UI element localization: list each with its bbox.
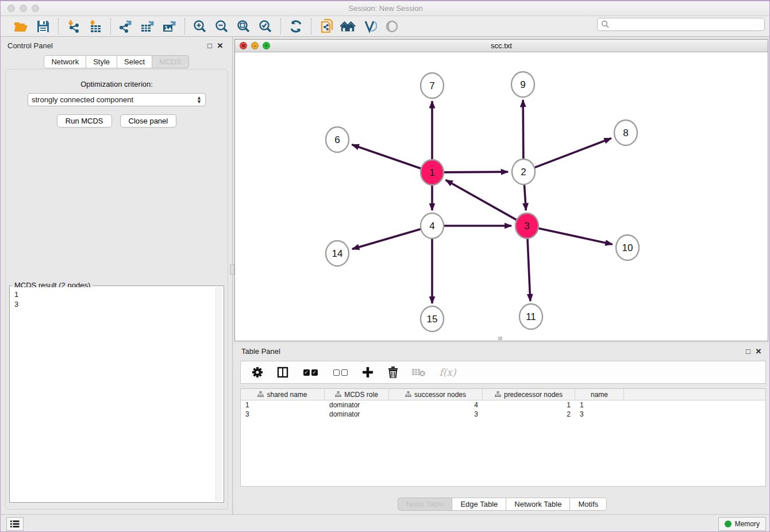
graph-edge-1-2[interactable] xyxy=(444,172,508,172)
cell-name[interactable]: 1 xyxy=(575,400,624,410)
zoom-in-icon[interactable] xyxy=(192,18,208,34)
result-scrollbar[interactable] xyxy=(215,287,222,501)
float-table-panel-icon[interactable]: □ xyxy=(743,347,753,356)
graph-node-label-7: 7 xyxy=(429,80,434,91)
select-all-icon[interactable]: ✓✓ xyxy=(301,365,320,380)
search-input[interactable] xyxy=(610,20,764,30)
zoom-fit-icon[interactable] xyxy=(236,18,252,34)
cell-shared-name[interactable]: 1 xyxy=(241,400,325,410)
column-header-successor-nodes[interactable]: successor nodes xyxy=(389,389,483,400)
network-canvas[interactable]: 1234678910111415 xyxy=(235,52,768,341)
import-network-icon[interactable] xyxy=(66,18,82,34)
first-neighbors-icon[interactable] xyxy=(340,18,356,34)
node-table-header: shared name MCDS role successor nodes pr… xyxy=(241,389,765,400)
main-toolbar xyxy=(1,16,770,37)
result-line: 3 xyxy=(14,299,219,309)
new-network-from-selection-icon[interactable] xyxy=(318,18,334,34)
mcds-panel: Optimization criterion: strongly connect… xyxy=(5,69,228,510)
export-network-icon[interactable] xyxy=(118,18,134,34)
graph-edge-1-6[interactable] xyxy=(352,145,422,169)
criterion-dropdown[interactable]: strongly connected component ▲▼ xyxy=(28,93,206,106)
delete-table-icon[interactable] xyxy=(411,365,426,380)
network-resize-grip[interactable] xyxy=(498,337,502,340)
graph-edge-3-1[interactable] xyxy=(446,180,517,220)
graph-edge-2-3[interactable] xyxy=(524,183,526,210)
export-table-icon[interactable] xyxy=(140,18,156,34)
graph-edge-2-8[interactable] xyxy=(534,138,611,168)
function-builder-icon[interactable]: f(x) xyxy=(436,365,459,380)
mcds-result-group: MCDS result (2 nodes) 1 3 xyxy=(9,286,224,503)
table-row[interactable]: 3 dominator 3 2 3 xyxy=(241,410,765,419)
network-graph[interactable]: 1234678910111415 xyxy=(235,52,768,341)
open-file-icon[interactable] xyxy=(13,18,29,34)
export-image-icon[interactable] xyxy=(161,18,178,34)
graph-node-label-1: 1 xyxy=(429,167,434,178)
cell-successor-nodes[interactable]: 3 xyxy=(389,410,483,419)
minimize-network-icon[interactable]: − xyxy=(251,42,259,49)
tab-network[interactable]: Network xyxy=(44,55,86,68)
splitter-grip[interactable] xyxy=(230,264,234,275)
tab-select[interactable]: Select xyxy=(117,55,152,68)
gear-icon[interactable] xyxy=(250,365,265,380)
cell-name[interactable]: 3 xyxy=(575,410,624,419)
graph-node-label-6: 6 xyxy=(334,134,340,145)
tab-style[interactable]: Style xyxy=(86,55,117,68)
search-field[interactable] xyxy=(597,18,765,31)
cell-predecessor-nodes[interactable]: 2 xyxy=(483,410,575,419)
cell-successor-nodes[interactable]: 4 xyxy=(389,400,483,410)
tab-motifs[interactable]: Motifs xyxy=(569,498,607,511)
column-header-shared-name[interactable]: shared name xyxy=(241,389,325,400)
table-row[interactable]: 1 dominator 4 1 1 xyxy=(241,400,765,410)
column-header-predecessor-nodes[interactable]: predecessor nodes xyxy=(483,389,575,400)
zoom-selected-icon[interactable] xyxy=(257,18,274,34)
table-panel: Table Panel □ ✕ ✓✓ f(x) share xyxy=(234,344,770,514)
tab-network-table[interactable]: Network Table xyxy=(506,498,570,511)
run-mcds-button[interactable]: Run MCDS xyxy=(57,114,112,128)
deselect-all-icon[interactable] xyxy=(330,365,350,380)
control-panel-tabs: Network Style Select MCDS xyxy=(1,55,232,68)
add-column-icon[interactable] xyxy=(360,365,375,380)
table-tabs: Node Table Edge Table Network Table Moti… xyxy=(234,498,770,511)
graph-edge-4-14[interactable] xyxy=(352,229,421,249)
table-panel-title: Table Panel xyxy=(241,347,743,356)
cell-predecessor-nodes[interactable]: 1 xyxy=(483,400,575,410)
hide-selected-icon[interactable] xyxy=(362,18,378,34)
column-header-mcds-role[interactable]: MCDS role xyxy=(325,389,389,400)
column-header-name[interactable]: name xyxy=(575,389,624,400)
task-history-button[interactable] xyxy=(6,517,24,531)
tree-icon xyxy=(405,391,411,398)
search-icon xyxy=(601,20,610,29)
graph-edge-3-11[interactable] xyxy=(528,237,530,301)
control-panel-title: Control Panel xyxy=(7,41,205,50)
show-all-icon[interactable] xyxy=(384,18,400,34)
save-session-icon[interactable] xyxy=(35,18,51,34)
memory-button[interactable]: Memory xyxy=(718,517,766,531)
graph-edge-2-9[interactable] xyxy=(523,100,523,160)
tab-mcds[interactable]: MCDS xyxy=(152,55,188,68)
cell-shared-name[interactable]: 3 xyxy=(241,410,325,419)
graph-node-label-15: 15 xyxy=(427,314,438,325)
delete-column-icon[interactable] xyxy=(386,365,401,380)
graph-node-label-4: 4 xyxy=(429,221,434,232)
cell-mcds-role[interactable]: dominator xyxy=(325,410,389,419)
zoom-out-icon[interactable] xyxy=(214,18,230,34)
column-icon[interactable] xyxy=(275,365,290,380)
import-table-icon[interactable] xyxy=(87,18,103,34)
close-network-icon[interactable]: ✕ xyxy=(240,42,247,49)
mcds-result-text[interactable]: 1 3 xyxy=(11,287,222,501)
close-table-panel-icon[interactable]: ✕ xyxy=(753,347,764,356)
cell-mcds-role[interactable]: dominator xyxy=(325,400,389,410)
close-panel-button[interactable]: Close panel xyxy=(120,114,177,128)
status-bar: Memory xyxy=(1,514,770,532)
maximize-network-icon[interactable]: + xyxy=(263,42,270,49)
close-panel-icon[interactable]: ✕ xyxy=(215,41,225,50)
graph-edge-3-10[interactable] xyxy=(538,228,613,244)
refresh-icon[interactable] xyxy=(288,18,304,34)
tab-node-table[interactable]: Node Table xyxy=(398,498,453,511)
memory-status-icon xyxy=(725,521,732,527)
tab-edge-table[interactable]: Edge Table xyxy=(452,498,506,511)
window-titlebar: Session: New Session xyxy=(1,1,770,16)
network-window-titlebar[interactable]: scc.txt ✕ − + xyxy=(235,40,768,52)
float-panel-icon[interactable]: □ xyxy=(205,41,215,50)
graph-node-label-10: 10 xyxy=(622,242,633,253)
